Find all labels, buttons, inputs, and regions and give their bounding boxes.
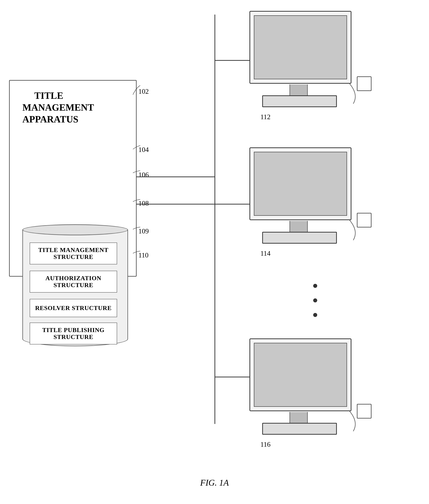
apparatus-box: TITLE MANAGEMENT APPARATUS TITLE MANAGEM… [9,80,137,277]
main-vertical-line [214,15,215,424]
struct-label-1: TITLE MANAGEMENT STRUCTURE [33,247,114,260]
apparatus-title: TITLE MANAGEMENT APPARATUS [22,90,75,125]
cable-116 [348,411,366,433]
ref-106-line [131,169,142,176]
monitor-114-base [262,232,337,244]
struct-label-2: AUTHORIZATION STRUCTURE [33,275,114,288]
cable-112 [348,84,366,105]
monitor-116-screen [254,343,347,407]
cylinder-top-ellipse [22,224,128,235]
struct-box-4: TITLE PUBLISHING STRUCTURE [30,323,117,344]
ref-110-line [131,250,142,257]
cable-114 [348,220,366,242]
struct-label-4: TITLE PUBLISHING STRUCTURE [33,327,114,340]
monitor-112-base [262,95,337,107]
monitor-116-casing [250,339,351,411]
label-116: 116 [260,440,271,448]
diagram: TITLE MANAGEMENT APPARATUS TITLE MANAGEM… [0,0,429,504]
horiz-line-106 [137,176,215,177]
struct-box-2: AUTHORIZATION STRUCTURE [30,271,117,293]
monitor-114-screen [254,152,347,216]
monitor-116-neck [289,412,308,423]
ellipsis-dot-2 [313,298,317,302]
fig-caption: FIG. 1A [200,478,229,488]
monitor-116-base [262,423,337,435]
monitor-112-neck [289,84,308,95]
struct-box-1: TITLE MANAGEMENT STRUCTURE [30,243,117,264]
database-cylinder: TITLE MANAGEMENT STRUCTURE AUTHORIZATION… [22,224,132,350]
ref-109-line [131,226,142,233]
horiz-line-108 [137,204,215,205]
struct-box-3: RESOLVER STRUCTURE [30,299,117,317]
monitor-112-screen [254,15,347,79]
ref-102-line [131,84,142,98]
monitor-114-casing [250,147,351,220]
struct-label-3: RESOLVER STRUCTURE [35,304,112,312]
ellipsis-dot-1 [313,284,317,288]
monitor-114-neck [289,221,308,232]
ellipsis-dot-3 [313,313,317,317]
label-114: 114 [260,249,271,257]
label-112: 112 [260,113,271,121]
monitor-112-casing [250,11,351,84]
ref-104-line [131,144,142,153]
